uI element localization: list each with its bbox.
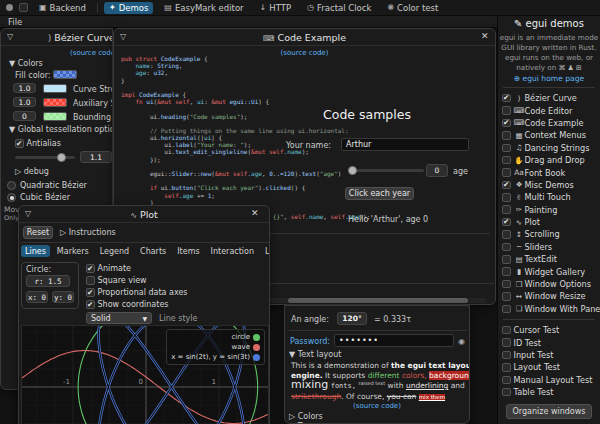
bounding-swatch[interactable] xyxy=(43,112,67,121)
circle-x-value[interactable]: x: 0 xyxy=(26,291,48,303)
aux-stroke-swatch[interactable] xyxy=(43,98,67,107)
tab-http[interactable]: ↓ HTTP xyxy=(255,2,296,14)
file-menu[interactable]: File xyxy=(8,17,22,27)
test-checkbox[interactable] xyxy=(502,338,511,347)
demo-checkbox[interactable]: ✔ xyxy=(502,181,511,190)
tessellation-header[interactable]: ▼ Global tessellation options xyxy=(9,125,113,134)
show-coordinates-checkbox[interactable]: ✔Show coordinates xyxy=(86,300,168,309)
demo-item[interactable]: ❏ Window With Panels xyxy=(498,303,600,315)
test-item[interactable]: Table Test xyxy=(498,386,600,398)
age-slider[interactable] xyxy=(348,169,424,172)
demo-item[interactable]: ▦ Context Menus xyxy=(498,129,600,141)
demo-checkbox[interactable] xyxy=(502,193,511,202)
angle-drag-value[interactable]: 120° xyxy=(337,312,367,325)
demo-item[interactable]: ↔ Window Resize xyxy=(498,290,600,302)
demo-checkbox[interactable] xyxy=(502,106,511,115)
demo-checkbox[interactable] xyxy=(502,255,511,264)
click-each-year-button[interactable]: Click each year xyxy=(345,187,414,200)
misc-source-link[interactable]: (source code) xyxy=(353,402,401,410)
demo-checkbox[interactable] xyxy=(502,205,511,214)
tessellation-slider-knob[interactable] xyxy=(57,153,66,162)
egui-home-page-link[interactable]: ⊕ egui home page xyxy=(498,74,600,83)
tab-items[interactable]: Items xyxy=(173,245,203,257)
radio-quadratic[interactable]: Quadratic Bézier xyxy=(7,181,87,190)
test-checkbox[interactable] xyxy=(502,388,511,397)
colors-header[interactable]: ▼ Colors xyxy=(9,59,43,68)
demo-checkbox[interactable]: ✔ xyxy=(502,119,511,128)
debug-header[interactable]: ▷ debug xyxy=(15,167,49,176)
legend-entry[interactable]: circle xyxy=(171,332,260,342)
test-checkbox[interactable] xyxy=(502,351,511,360)
aux-stroke-width[interactable]: 1.0 xyxy=(13,97,36,107)
demo-checkbox[interactable]: ✔ xyxy=(502,94,511,103)
eye-icon[interactable]: ◉ xyxy=(458,337,465,346)
instructions-header[interactable]: ▷ Instructions xyxy=(60,228,116,237)
tab-lines[interactable]: Lines xyxy=(21,245,50,257)
demo-item[interactable]: ↕ Scrolling xyxy=(498,228,600,240)
demo-checkbox[interactable] xyxy=(502,280,511,289)
test-item[interactable]: Manual Layout Test xyxy=(498,374,600,386)
demo-item[interactable]: ⌨ Code Editor xyxy=(498,104,600,116)
demo-checkbox[interactable] xyxy=(502,131,511,140)
tab-markers[interactable]: Markers xyxy=(53,245,93,257)
bounding-width[interactable]: 0 xyxy=(13,111,36,121)
demo-item[interactable]: ✔ ⌨ Code Example xyxy=(498,117,600,129)
test-checkbox[interactable] xyxy=(502,326,511,335)
antialias-checkbox[interactable]: ✔Antialias xyxy=(15,139,61,148)
demo-item[interactable]: ▮ Widget Gallery xyxy=(498,265,600,277)
circle-y-value[interactable]: y: 0 xyxy=(52,291,74,303)
test-checkbox[interactable] xyxy=(502,376,511,385)
tab-charts[interactable]: Charts xyxy=(136,245,170,257)
fill-color-swatch[interactable] xyxy=(53,70,77,79)
collapse-triangle-icon[interactable]: ▽ xyxy=(120,32,126,41)
proportional-axes-checkbox[interactable]: ✔Proportional data axes xyxy=(86,288,188,297)
legend-entry[interactable]: x = sin(2t), y = sin(3t) xyxy=(171,352,260,362)
curve-stroke-swatch[interactable] xyxy=(43,84,67,93)
tab-interaction[interactable]: Interaction xyxy=(207,245,258,257)
demo-item[interactable]: ✋ Drag and Drop xyxy=(498,154,600,166)
age-value[interactable]: 0 xyxy=(426,164,448,177)
demo-checkbox[interactable]: ✔ xyxy=(502,218,511,227)
test-item[interactable]: Input Test xyxy=(498,349,600,361)
code-example-titlebar[interactable]: ▽ ⌨Code Example ✕ xyxy=(114,29,495,46)
demo-checkbox[interactable] xyxy=(502,168,511,177)
demo-item[interactable]: ✌ Multi Touch xyxy=(498,191,600,203)
demo-checkbox[interactable] xyxy=(502,243,511,252)
top-checkbox[interactable] xyxy=(19,3,28,12)
collapse-triangle-icon[interactable]: ▽ xyxy=(25,209,31,218)
password-label[interactable]: Password: xyxy=(290,337,330,346)
plot-canvas[interactable]: -101 circle wave xyxy=(21,325,269,424)
reset-button[interactable]: Reset xyxy=(23,226,53,239)
curve-stroke-width[interactable]: 1.0 xyxy=(13,83,36,93)
close-icon[interactable]: ✕ xyxy=(481,31,489,41)
tessellation-slider[interactable] xyxy=(15,156,75,159)
tab-demos[interactable]: ✦ Demos xyxy=(104,2,153,14)
password-input[interactable]: ••••••• xyxy=(334,334,454,347)
tab-legend[interactable]: Legend xyxy=(96,245,133,257)
demo-item[interactable]: ✔ ∿ Plot xyxy=(498,216,600,228)
backend-toggle[interactable]: ▣ Backend xyxy=(34,2,91,14)
demo-item[interactable]: ─ Sliders xyxy=(498,241,600,253)
bezier-titlebar[interactable]: ▽ )Bézier Curve xyxy=(1,29,112,46)
square-view-checkbox[interactable]: Square view xyxy=(86,276,147,285)
legend-entry[interactable]: wave xyxy=(171,342,260,352)
app-dot-button[interactable] xyxy=(6,4,13,11)
demo-checkbox[interactable] xyxy=(502,156,511,165)
demo-checkbox[interactable] xyxy=(502,230,511,239)
demo-item[interactable]: ♫ Dancing Strings xyxy=(498,142,600,154)
circle-radius-value[interactable]: r: 1.5 xyxy=(26,275,70,287)
plot-titlebar[interactable]: ▽ ∿Plot ✕ xyxy=(19,206,269,223)
text-layout-header[interactable]: ▼ Text layout xyxy=(289,350,341,359)
demo-item[interactable]: Aa Font Book xyxy=(498,166,600,178)
close-icon[interactable]: ✕ xyxy=(251,208,259,218)
tessellation-value[interactable]: 1.1 xyxy=(80,151,112,163)
demo-item[interactable]: ✔ ❖ Misc Demos xyxy=(498,179,600,191)
animate-checkbox[interactable]: ✔Animate xyxy=(86,264,131,273)
demo-checkbox[interactable] xyxy=(502,144,511,153)
test-item[interactable]: Layout Test xyxy=(498,361,600,373)
horizontal-scrollbar-handle[interactable] xyxy=(288,298,468,303)
age-slider-knob[interactable] xyxy=(348,166,357,175)
collapse-triangle-icon[interactable]: ▽ xyxy=(7,32,13,41)
demo-item[interactable]: ▤ TextEdit xyxy=(498,253,600,265)
test-item[interactable]: ID Test xyxy=(498,336,600,348)
